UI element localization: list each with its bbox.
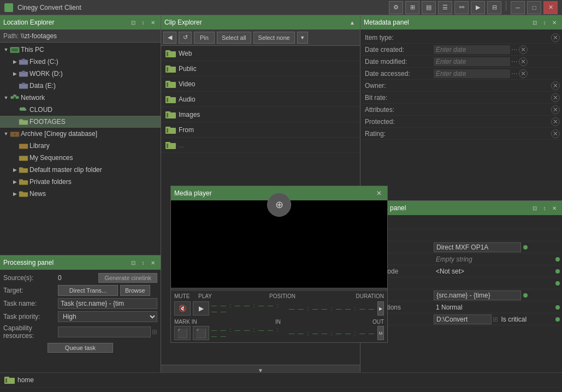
- detail-input-ne[interactable]: [434, 242, 521, 252]
- close-btn[interactable]: ✕: [543, 1, 558, 14]
- grid-btn[interactable]: ⊞: [405, 1, 419, 14]
- ctrl-row1: MUTE PLAY POSITION DURATION: [174, 293, 384, 299]
- details-close-btn[interactable]: ✕: [550, 204, 559, 212]
- meta-del-rating[interactable]: ✕: [551, 129, 560, 138]
- media-player-move-handle[interactable]: ⊕: [267, 193, 291, 217]
- clip-item-from[interactable]: From: [161, 122, 360, 138]
- tree-item-archive[interactable]: ▼ Archive [Cinegy database]: [0, 128, 161, 140]
- proc-dock-btn[interactable]: ↕: [139, 258, 147, 267]
- meta-del-dateaccessed[interactable]: ✕: [519, 69, 528, 78]
- expand-fixedc[interactable]: ▶: [11, 58, 19, 66]
- detail-input-name[interactable]: [434, 290, 521, 300]
- expand-defaultmaster[interactable]: ▶: [11, 166, 19, 174]
- media-player-close-btn[interactable]: ✕: [374, 188, 384, 198]
- meta-input-dateaccessed[interactable]: [434, 69, 510, 78]
- meta-del-datemodified[interactable]: ✕: [519, 57, 528, 66]
- proc-close-btn[interactable]: ✕: [149, 258, 157, 267]
- expand-archive[interactable]: ▼: [2, 130, 10, 138]
- layout-btn[interactable]: ▤: [422, 1, 436, 14]
- proc-resources-input[interactable]: [58, 326, 151, 337]
- tree-item-datae[interactable]: ▶ Data (E:): [0, 80, 161, 92]
- list-btn[interactable]: ☰: [438, 1, 452, 14]
- clip-select-none-btn[interactable]: Select none: [253, 32, 295, 44]
- location-tree[interactable]: ▼ This PC ▶ Fixed (C:): [0, 43, 161, 255]
- proc-target-value[interactable]: Direct Trans...: [58, 285, 118, 296]
- meta-del-itemtype[interactable]: ✕: [551, 33, 560, 42]
- meta-input-datemodified[interactable]: [434, 57, 510, 66]
- position-timeline[interactable]: — — : — — : — — : — —: [211, 302, 287, 314]
- restore-btn[interactable]: □: [527, 1, 541, 14]
- settings-btn[interactable]: ⚙: [389, 1, 403, 14]
- clip-item-public[interactable]: Public: [161, 61, 360, 76]
- tree-item-network[interactable]: ▼ Network: [0, 92, 161, 104]
- clip-item-images[interactable]: Images: [161, 107, 360, 122]
- meta-input-datecreated[interactable]: [434, 45, 510, 54]
- clip-item-web[interactable]: Web: [161, 46, 360, 61]
- tree-item-defaultmaster[interactable]: ▶ Default master clip folder: [0, 164, 161, 176]
- meta-del-bitrate[interactable]: ✕: [551, 93, 560, 102]
- markout-btn[interactable]: ⬛: [193, 326, 209, 340]
- proc-queue-btn[interactable]: Queue task: [48, 343, 113, 353]
- tree-item-news[interactable]: ▶ News: [0, 188, 161, 200]
- tree-item-fixedc[interactable]: ▶ Fixed (C:): [0, 56, 161, 68]
- meta-del-owner[interactable]: ✕: [551, 81, 560, 90]
- meta-label-itemtype: Item type:: [363, 34, 434, 41]
- meta-del-attributes[interactable]: ✕: [551, 105, 560, 114]
- clip-item-extra[interactable]: ...: [161, 138, 360, 153]
- details-dock-btn[interactable]: ↕: [540, 204, 549, 212]
- mute-btn[interactable]: 🔇: [174, 301, 191, 316]
- tree-item-myseq[interactable]: ▶ My Sequences: [0, 152, 161, 164]
- sequences-icon: [19, 154, 28, 162]
- markin-btn[interactable]: ⬛: [174, 326, 191, 340]
- detail-grid-icon[interactable]: ⊞: [493, 316, 498, 323]
- expand-thispc[interactable]: ▼: [2, 46, 10, 54]
- clip-item-audio[interactable]: Audio: [161, 92, 360, 107]
- columns-btn[interactable]: ⊟: [487, 1, 501, 14]
- clip-label-images: Images: [179, 111, 200, 118]
- ctrl-row2: 🔇 ▶ — — : — — : — — : — — — — : — — : — …: [174, 301, 384, 316]
- ctrl-m-btn[interactable]: M: [377, 326, 384, 340]
- pc-icon: [10, 46, 20, 54]
- graph-btn[interactable]: ⚯: [454, 1, 469, 14]
- proc-resources-icon[interactable]: ⊞: [152, 328, 157, 336]
- dock-btn[interactable]: ↕: [139, 18, 147, 27]
- minimize-btn[interactable]: ─: [511, 1, 525, 14]
- meta-body: Item type: ✕ Date created: ⋯ ✕ Date modi…: [360, 29, 562, 200]
- meta-close-btn[interactable]: ✕: [550, 18, 559, 27]
- tree-item-thispc[interactable]: ▼ This PC: [0, 44, 161, 56]
- tree-item-privatefolders[interactable]: ▶ Private folders: [0, 176, 161, 188]
- tree-label-news: News: [29, 190, 46, 198]
- meta-float-btn[interactable]: ⊡: [530, 18, 539, 27]
- clip-dropdown-btn[interactable]: ▼: [297, 32, 308, 44]
- expand-network[interactable]: ▼: [2, 94, 10, 102]
- location-explorer: Location Explorer ⊡ ↕ ✕ Path: \\zt-foota…: [0, 15, 161, 256]
- play-btn-media[interactable]: ▶: [193, 301, 209, 316]
- details-float-btn[interactable]: ⊡: [530, 204, 539, 212]
- float-btn[interactable]: ⊡: [129, 18, 138, 27]
- tree-item-workd[interactable]: ▶ WORK (D:): [0, 68, 161, 80]
- proc-taskname-input[interactable]: [58, 298, 157, 309]
- tree-item-footages[interactable]: ▶ FOOTAGES: [0, 116, 161, 128]
- expand-privatefolders[interactable]: ▶: [11, 178, 19, 186]
- in-timeline[interactable]: — — : — — : — — : — —: [211, 327, 287, 339]
- ctrl-more-btn[interactable]: ▶: [377, 301, 384, 316]
- play-btn[interactable]: ▶: [471, 1, 485, 14]
- clip-select-all-btn[interactable]: Select all: [217, 32, 251, 44]
- meta-dock-btn[interactable]: ↕: [540, 18, 549, 27]
- clip-scroll-up-btn[interactable]: ▲: [348, 18, 357, 27]
- meta-del-datecreated[interactable]: ✕: [519, 45, 528, 54]
- proc-priority-select[interactable]: High Normal Low Critical: [58, 311, 157, 322]
- expand-workd[interactable]: ▶: [11, 70, 19, 78]
- tree-item-cloud[interactable]: ▶ CLOUD: [0, 104, 161, 116]
- expand-news[interactable]: ▶: [11, 190, 19, 198]
- proc-browse-btn[interactable]: Browse: [120, 285, 150, 296]
- proc-float-btn[interactable]: ⊡: [129, 258, 138, 267]
- clip-item-video[interactable]: Video: [161, 76, 360, 92]
- clip-pin-btn[interactable]: Pin: [194, 32, 215, 44]
- clip-refresh-btn[interactable]: ↺: [179, 32, 192, 44]
- meta-del-protected[interactable]: ✕: [551, 117, 560, 126]
- tree-item-library[interactable]: ▶ Library: [0, 140, 161, 152]
- proc-generate-btn[interactable]: Generate cinelink: [98, 273, 157, 283]
- close-panel-btn[interactable]: ✕: [149, 18, 157, 27]
- clip-back-btn[interactable]: ◀: [163, 32, 176, 44]
